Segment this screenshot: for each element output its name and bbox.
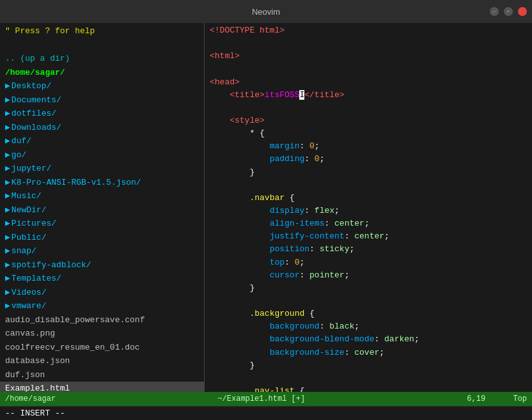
status-filename: ~/Example1.html [+] bbox=[56, 394, 467, 403]
code-line: } bbox=[205, 166, 532, 179]
code-line: top: 0; bbox=[205, 256, 532, 269]
insert-mode-label: -- INSERT -- bbox=[5, 408, 65, 418]
code-line: background: black; bbox=[205, 320, 532, 333]
list-item[interactable]: ▶Downloads/ bbox=[0, 121, 204, 135]
code-line: .navbar { bbox=[205, 192, 532, 205]
code-line bbox=[205, 63, 532, 75]
title-bar: Neovim ─ + bbox=[0, 0, 532, 23]
list-item-selected[interactable]: Example1.html bbox=[0, 382, 204, 392]
window-title: Neovim bbox=[252, 7, 280, 17]
list-item[interactable]: ▶Music/ bbox=[0, 189, 204, 203]
status-path: /home/sagar bbox=[5, 394, 56, 403]
status-path-text: /home/sagar bbox=[5, 394, 56, 403]
list-item[interactable]: ▶jupyter/ bbox=[0, 162, 204, 176]
file-tree-hint: " Press ? for help bbox=[0, 24, 204, 38]
window-controls: ─ + bbox=[490, 7, 527, 16]
code-line bbox=[205, 372, 532, 385]
list-item[interactable]: database.json bbox=[0, 354, 204, 368]
list-item[interactable]: ▶Pictures/ bbox=[0, 217, 204, 231]
list-item[interactable]: ▶Videos/ bbox=[0, 286, 204, 300]
code-line: padding: 0; bbox=[205, 153, 532, 166]
status-file-text: ~/Example1.html [+] bbox=[217, 394, 305, 403]
list-item[interactable]: ▶go/ bbox=[0, 148, 204, 162]
code-line: background-blend-mode: darken; bbox=[205, 333, 532, 346]
list-item[interactable]: ▶Templates/ bbox=[0, 272, 204, 286]
list-item[interactable]: ▶dotfiles/ bbox=[0, 107, 204, 121]
code-line: <head> bbox=[205, 76, 532, 89]
code-line: <title>itsFOSSI</title> bbox=[205, 89, 532, 102]
code-line: .background { bbox=[205, 307, 532, 320]
code-line: background-size: cover; bbox=[205, 346, 532, 359]
code-editor-panel[interactable]: <!DOCTYPE html> <html> <head> <title>its… bbox=[205, 23, 532, 392]
code-line: margin: 0; bbox=[205, 140, 532, 153]
code-line bbox=[205, 179, 532, 192]
list-item[interactable]: ▶spotify-adblock/ bbox=[0, 258, 204, 272]
mode-bar: -- INSERT -- bbox=[0, 406, 532, 420]
code-line: position: sticky; bbox=[205, 243, 532, 256]
code-line: <style> bbox=[205, 114, 532, 127]
close-button[interactable] bbox=[518, 7, 527, 16]
file-tree-empty bbox=[0, 38, 204, 52]
code-line: cursor: pointer; bbox=[205, 269, 532, 282]
list-item[interactable]: ▶vmware/ bbox=[0, 299, 204, 313]
code-line: .nav-list { bbox=[205, 385, 532, 392]
status-bar: /home/sagar ~/Example1.html [+] 6,19 Top bbox=[0, 392, 532, 406]
file-tree-updir[interactable]: .. (up a dir) bbox=[0, 52, 204, 66]
list-item[interactable]: duf.json bbox=[0, 368, 204, 382]
code-line: align-items: center; bbox=[205, 217, 532, 230]
list-item[interactable]: ▶Documents/ bbox=[0, 93, 204, 107]
code-line bbox=[205, 295, 532, 307]
code-line: * { bbox=[205, 127, 532, 140]
list-item[interactable]: audio_disable_powersave.conf bbox=[0, 313, 204, 327]
list-item[interactable]: canvas.png bbox=[0, 327, 204, 341]
main-content: " Press ? for help .. (up a dir) /home/s… bbox=[0, 23, 532, 392]
list-item[interactable]: ▶snap/ bbox=[0, 244, 204, 258]
code-line: } bbox=[205, 359, 532, 372]
file-tree-curdir: /home/sagar/ bbox=[0, 66, 204, 80]
list-item[interactable]: ▶Desktop/ bbox=[0, 79, 204, 93]
status-pos-text: 6,19 bbox=[467, 394, 485, 403]
list-item[interactable]: ▶K8-Pro-ANSI-RGB-v1.5.json/ bbox=[0, 176, 204, 190]
list-item[interactable]: coolfreecv_resume_en_01.doc bbox=[0, 341, 204, 355]
code-line: display: flex; bbox=[205, 205, 532, 217]
file-tree-panel[interactable]: " Press ? for help .. (up a dir) /home/s… bbox=[0, 23, 205, 392]
code-line bbox=[205, 102, 532, 114]
status-scroll-text: Top bbox=[513, 394, 527, 403]
code-line: <html> bbox=[205, 50, 532, 63]
list-item[interactable]: ▶duf/ bbox=[0, 134, 204, 148]
list-item[interactable]: ▶Public/ bbox=[0, 231, 204, 245]
status-position: 6,19 Top bbox=[467, 394, 527, 403]
maximize-button[interactable]: + bbox=[504, 7, 513, 16]
minimize-button[interactable]: ─ bbox=[490, 7, 499, 16]
code-line bbox=[205, 37, 532, 50]
code-line: } bbox=[205, 282, 532, 295]
code-line: justify-content: center; bbox=[205, 230, 532, 243]
list-item[interactable]: ▶NewDir/ bbox=[0, 203, 204, 217]
code-line: <!DOCTYPE html> bbox=[205, 24, 532, 37]
